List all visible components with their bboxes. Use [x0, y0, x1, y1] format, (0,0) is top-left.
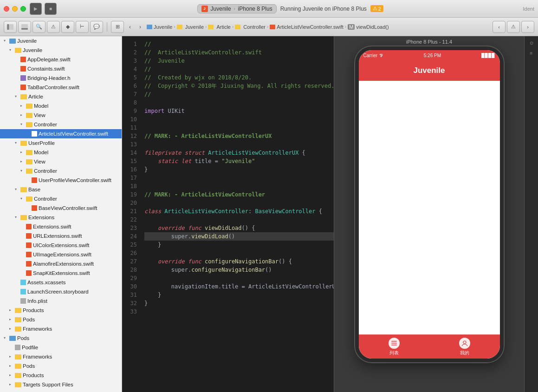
- folder-icon: [26, 159, 32, 164]
- sidebar-item-pods-pods[interactable]: Pods: [0, 361, 122, 371]
- breadcrumb-project: Juvenile: [154, 24, 172, 30]
- sidebar-item-assets[interactable]: Assets.xcassets: [0, 278, 122, 287]
- bookmark-button[interactable]: ⊢: [76, 21, 89, 33]
- sidebar-item-podfile[interactable]: Podfile: [0, 343, 122, 352]
- standard-editor[interactable]: ⊞: [111, 21, 124, 33]
- sidebar-item-userprofile[interactable]: UserProfile: [0, 138, 122, 148]
- code-line-33: [144, 307, 334, 316]
- sidebar-item-extensions[interactable]: Extensions: [0, 213, 122, 222]
- inspector-btn-2[interactable]: ≡: [527, 48, 536, 58]
- stop-button[interactable]: ■: [45, 3, 57, 15]
- svg-rect-7: [391, 345, 397, 346]
- folder-icon: [26, 122, 32, 127]
- sidebar-item-article-model[interactable]: Model: [0, 101, 122, 111]
- back-nav[interactable]: ‹: [493, 21, 506, 33]
- code-line-32: }: [144, 299, 334, 307]
- sidebar-item-frameworks-juvenile[interactable]: Frameworks: [0, 324, 122, 333]
- sidebar-item-juvenile-root[interactable]: Juvenile: [0, 36, 122, 46]
- sidebar-item-uiimage-ext[interactable]: UIImageExtensions.swift: [0, 250, 122, 259]
- forward-nav[interactable]: ›: [521, 21, 534, 33]
- spacer: [26, 206, 31, 210]
- warning-badge[interactable]: ⚠ 2: [370, 5, 383, 12]
- sidebar-item-up-controller[interactable]: Controller: [0, 166, 122, 176]
- sidebar-item-info-plist[interactable]: Info.plist: [0, 296, 122, 306]
- code-line-1: //: [144, 40, 334, 48]
- sidebar-item-alamofire-ext[interactable]: AlamofireExtensions.swift: [0, 259, 122, 268]
- sidebar-item-juvenile-group[interactable]: Juvenile: [0, 46, 122, 55]
- swift-icon: [32, 131, 37, 137]
- search-button[interactable]: 🔍: [32, 21, 45, 33]
- breadcrumb-juvenile-project[interactable]: Juvenile: [147, 24, 172, 30]
- tab-profile[interactable]: 我的: [459, 338, 470, 356]
- minimize-button[interactable]: [12, 6, 18, 12]
- scheme-selector[interactable]: J Juvenile › iPhone 8 Plus: [197, 4, 277, 13]
- code-text[interactable]: // // ArticleListViewController.swift //…: [141, 36, 334, 392]
- code-line-27: override func configureNavigationBar() {: [144, 257, 334, 266]
- breakpoint-button[interactable]: ◆: [61, 21, 74, 33]
- inspector-btn-1[interactable]: ⊙: [527, 38, 536, 47]
- sidebar-item-article-list-vc[interactable]: ArticleListViewController.swift: [0, 129, 122, 138]
- code-editor[interactable]: 12345 678910 1112131415 1617181920 21222…: [122, 36, 334, 392]
- folder-icon: [20, 187, 27, 192]
- warning-filter[interactable]: ⚠: [47, 21, 60, 33]
- sidebar-item-up-view[interactable]: View: [0, 157, 122, 166]
- profile-tab-icon: [459, 338, 470, 349]
- sidebar-item-article[interactable]: Article: [0, 92, 122, 101]
- storyboard-icon: [20, 289, 26, 294]
- navigator-toggle[interactable]: [4, 21, 17, 33]
- sidebar-item-appdelegate[interactable]: AppDelegate.swift: [0, 55, 122, 64]
- run-button[interactable]: ▶: [30, 3, 42, 15]
- sidebar-item-base-vc[interactable]: BaseViewController.swift: [0, 203, 122, 213]
- sidebar-item-article-view[interactable]: View: [0, 111, 122, 120]
- warning-btn[interactable]: ⚠: [507, 21, 520, 33]
- sidebar-item-constaints[interactable]: Constaints.swift: [0, 64, 122, 73]
- back-arrow[interactable]: ‹: [125, 22, 135, 32]
- swift-icon: [20, 85, 26, 90]
- code-view[interactable]: 12345 678910 1112131415 1617181920 21222…: [122, 36, 334, 392]
- sidebar-item-pods-juvenile[interactable]: Pods: [0, 315, 122, 324]
- comment-button[interactable]: 💬: [90, 21, 103, 33]
- sidebar-item-url-ext[interactable]: URLExtensions.swift: [0, 231, 122, 241]
- sidebar-item-pods-root[interactable]: Pods: [0, 333, 122, 343]
- sidebar-item-products[interactable]: Products: [0, 306, 122, 315]
- triangle-icon: [9, 308, 14, 313]
- sidebar-item-up-vc[interactable]: UserProfileViewController.swift: [0, 176, 122, 185]
- spacer: [15, 76, 19, 80]
- sidebar-item-base[interactable]: Base: [0, 185, 122, 194]
- folder-icon: [15, 373, 21, 378]
- breadcrumb-swift-file[interactable]: ArticleListViewController.swift: [270, 24, 343, 30]
- app-nav-bar: Juvenile: [359, 60, 500, 81]
- window-controls[interactable]: [4, 6, 26, 12]
- tab-list[interactable]: 列表: [389, 338, 400, 356]
- toolbar-right: ‹ ⚠ ›: [493, 21, 534, 33]
- sidebar-item-bridging-header[interactable]: Bridging-Header.h: [0, 73, 122, 83]
- folder-icon: [26, 196, 32, 202]
- breadcrumb-article[interactable]: Article: [208, 24, 231, 30]
- maximize-button[interactable]: [20, 6, 26, 12]
- debug-toggle[interactable]: [18, 21, 31, 33]
- code-line-22: [144, 216, 334, 224]
- breadcrumb-method[interactable]: M viewDidLoad(): [348, 24, 389, 30]
- svg-rect-6: [391, 343, 397, 344]
- breadcrumb-juvenile-group[interactable]: Juvenile: [177, 24, 204, 30]
- spacer: [26, 131, 31, 136]
- sidebar-item-article-controller[interactable]: Controller: [0, 120, 122, 129]
- sidebar-item-up-model[interactable]: Model: [0, 148, 122, 157]
- sidebar-item-targets-support[interactable]: Targets Support Files: [0, 380, 122, 389]
- sidebar-item-base-controller[interactable]: Controller: [0, 194, 122, 203]
- swift-icon: [32, 177, 37, 183]
- sidebar-item-uicolor-ext[interactable]: UIColorExtensions.swift: [0, 241, 122, 250]
- close-button[interactable]: [4, 6, 9, 12]
- svg-rect-1: [10, 24, 13, 30]
- swift-icon: [26, 224, 32, 229]
- sidebar-item-tabbar[interactable]: TabBarController.swift: [0, 83, 122, 92]
- sidebar-item-launchscreen[interactable]: LaunchScreen.storyboard: [0, 287, 122, 296]
- sidebar-item-snapkit-ext[interactable]: SnapKitExtensions.swift: [0, 268, 122, 278]
- sidebar-item-frameworks-pods[interactable]: Frameworks: [0, 352, 122, 361]
- breadcrumb-controller[interactable]: Controller: [235, 24, 266, 30]
- sidebar-item-ext-extensions[interactable]: Extensions.swift: [0, 222, 122, 231]
- toolbar-left: 🔍 ⚠ ◆ ⊢ 💬: [4, 21, 103, 33]
- triangle-icon: [20, 150, 25, 155]
- forward-arrow[interactable]: ›: [136, 22, 145, 32]
- sidebar-item-products-pods[interactable]: Products: [0, 371, 122, 380]
